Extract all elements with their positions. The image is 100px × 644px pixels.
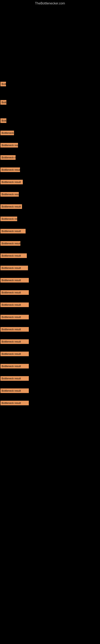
result-row-5: Bottleneck result — [0, 142, 100, 149]
bottleneck-result-block: Bottleneck result — [0, 266, 28, 270]
bottleneck-result-block: Bottleneck result — [0, 339, 29, 344]
result-row-22: Bottleneck result — [0, 351, 100, 358]
bottleneck-result-block: Bottleneck result — [0, 241, 20, 246]
bottleneck-result-block: Bottleneck result — [0, 376, 29, 381]
result-row-9: Bottleneck result — [0, 192, 100, 198]
result-row-18: Bottleneck result — [0, 302, 100, 308]
bottleneck-result-block: Bottleneck result — [0, 401, 29, 405]
result-row-1: Bottleneck result — [0, 81, 100, 88]
bottleneck-result-block: Bottleneck result — [0, 364, 29, 368]
bottleneck-result-block: Bottleneck result — [0, 130, 14, 135]
bottleneck-result-block: Bottleneck result — [0, 216, 17, 221]
bottleneck-result-block: Bottleneck result — [0, 229, 26, 234]
result-row-7: Bottleneck result — [0, 167, 100, 173]
result-row-16: Bottleneck result — [0, 278, 100, 284]
bottleneck-result-block: Bottleneck result — [0, 192, 19, 196]
result-row-20: Bottleneck result — [0, 327, 100, 333]
bottleneck-result-block: Bottleneck result — [0, 352, 29, 356]
result-row-10: Bottleneck result — [0, 204, 100, 210]
bottleneck-result-block: Bottleneck result — [0, 290, 29, 295]
bottleneck-result-block: Bottleneck result — [0, 118, 6, 123]
result-row-2: Bottleneck result — [0, 100, 100, 106]
result-row-13: Bottleneck result — [0, 241, 100, 247]
result-row-25: Bottleneck result — [0, 388, 100, 394]
result-row-24: Bottleneck result — [0, 376, 100, 382]
bottleneck-result-block: Bottleneck result — [0, 180, 23, 184]
result-row-6: Bottleneck result — [0, 155, 100, 161]
bottleneck-result-block: Bottleneck result — [0, 204, 22, 209]
bottleneck-result-block: Bottleneck result — [0, 100, 6, 105]
bottleneck-result-block: Bottleneck result — [0, 388, 29, 393]
result-row-19: Bottleneck result — [0, 314, 100, 320]
result-row-15: Bottleneck result — [0, 265, 100, 272]
result-row-11: Bottleneck result — [0, 216, 100, 222]
result-row-3: Bottleneck result — [0, 118, 100, 124]
bottleneck-result-block: Bottleneck result — [0, 155, 16, 160]
result-row-21: Bottleneck result — [0, 339, 100, 345]
bottleneck-result-block: Bottleneck result — [0, 278, 29, 282]
bottleneck-result-block: Bottleneck result — [0, 327, 29, 332]
result-row-12: Bottleneck result — [0, 228, 100, 235]
result-row-26: Bottleneck result — [0, 400, 100, 406]
bottleneck-result-block: Bottleneck result — [0, 253, 27, 258]
result-row-23: Bottleneck result — [0, 364, 100, 370]
result-row-17: Bottleneck result — [0, 290, 100, 296]
result-row-14: Bottleneck result — [0, 253, 100, 259]
bottleneck-result-block: Bottleneck result — [0, 302, 29, 307]
result-row-4: Bottleneck result — [0, 130, 100, 136]
site-title: TheBottlenecker.com — [0, 0, 100, 7]
result-row-8: Bottleneck result — [0, 179, 100, 186]
bottleneck-result-block: Bottleneck result — [0, 143, 18, 148]
bottleneck-result-block: Bottleneck result — [0, 82, 6, 86]
bottleneck-result-block: Bottleneck result — [0, 315, 29, 320]
bottleneck-result-block: Bottleneck result — [0, 168, 20, 172]
